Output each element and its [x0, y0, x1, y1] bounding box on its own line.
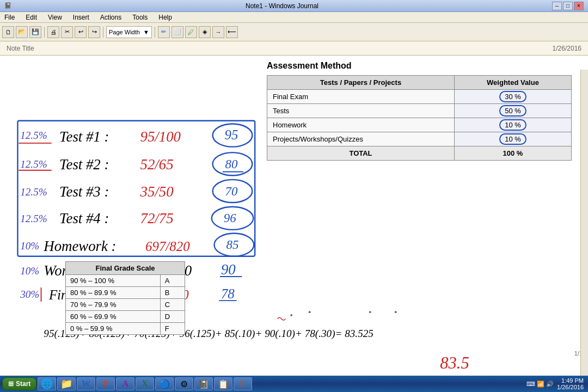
title-bar: 📓 Note1 - Windows Journal – □ ×	[0, 0, 588, 12]
clock-time: 1:49 PM	[557, 377, 584, 384]
grade-letter: F	[160, 323, 185, 335]
grade-row: 90 % – 100 % A	[66, 275, 185, 287]
svg-text:Test #3 :: Test #3 :	[59, 183, 109, 200]
grade-letter: D	[160, 311, 185, 323]
taskbar-app4[interactable]: 📋	[214, 377, 232, 390]
minimize-button[interactable]: –	[552, 2, 562, 10]
row-homework-label: Homework	[267, 118, 455, 132]
note-title: Note Title	[7, 45, 34, 52]
grade-range: 60 % – 69.9 %	[66, 311, 161, 323]
taskbar-app3[interactable]: 📓	[194, 377, 213, 390]
grade-letter: C	[160, 299, 185, 311]
svg-text:72/75: 72/75	[140, 210, 173, 226]
svg-text:Test #1 :: Test #1 :	[59, 128, 109, 145]
grade-letter: B	[160, 287, 185, 299]
total-value: 100 %	[454, 146, 571, 161]
svg-text:96: 96	[224, 211, 236, 225]
separator-3	[155, 27, 155, 38]
svg-text:83.5: 83.5	[440, 354, 469, 372]
menu-actions[interactable]: Actions	[98, 14, 124, 21]
app-icon: 📓	[4, 2, 12, 9]
svg-text:697/820: 697/820	[145, 239, 190, 254]
print-button[interactable]: 🖨	[47, 26, 59, 38]
grade-scale-header: Final Grade Scale	[66, 262, 185, 275]
svg-text:Test #2 :: Test #2 :	[59, 156, 109, 173]
tool-btn-3[interactable]: ↩	[75, 26, 87, 38]
svg-text:12.5%: 12.5%	[20, 130, 47, 141]
pen-button[interactable]: ✏	[158, 26, 170, 38]
menu-view[interactable]: View	[46, 14, 64, 21]
taskbar-app2[interactable]: ⚙	[175, 377, 193, 390]
tool-btn-5[interactable]: ◈	[199, 26, 211, 38]
svg-text:90: 90	[221, 261, 236, 278]
grade-range: 80 % – 89.9 %	[66, 287, 161, 299]
svg-text:10%: 10%	[20, 240, 39, 252]
svg-text:12.5%: 12.5%	[20, 158, 47, 170]
assessment-area: Assessment Method Tests / Papers / Proje…	[267, 61, 572, 240]
menu-tools[interactable]: Tools	[130, 14, 150, 21]
assessment-title: Assessment Method	[267, 61, 572, 71]
maximize-button[interactable]: □	[563, 2, 573, 10]
taskbar-right: ⌨ 📶 🔊 1:49 PM 1/26/2016	[526, 377, 586, 390]
note-area: Note Title 1/26/2016 12.5% Test #1 : 95/…	[0, 41, 588, 376]
svg-text:70: 70	[225, 185, 238, 198]
taskbar-icons: ⌨ 📶 🔊	[526, 381, 554, 388]
row-projects-value: 10 %	[454, 132, 571, 146]
grade-row: 0 % – 59.9 % F	[66, 323, 185, 335]
window-controls: – □ ×	[552, 2, 584, 10]
value-circle: 50 %	[499, 105, 526, 117]
svg-point-44	[395, 311, 397, 313]
total-row: TOTAL 100 %	[267, 146, 572, 161]
eraser-button[interactable]: ⬜	[171, 26, 183, 38]
tool-btn-4[interactable]: ↪	[88, 26, 100, 38]
col-header-weight: Weighted Value	[454, 76, 571, 90]
menu-insert[interactable]: Insert	[71, 14, 91, 21]
start-button[interactable]: ⊞ Start	[2, 377, 36, 390]
menu-edit[interactable]: Edit	[23, 14, 39, 21]
svg-text:95/100: 95/100	[140, 128, 181, 145]
tool-btn-2[interactable]: ✂	[61, 26, 73, 38]
new-button[interactable]: 🗋	[2, 26, 14, 38]
menu-file[interactable]: File	[2, 14, 17, 21]
toolbar: 🗋 📂 💾 🖨 ✂ ↩ ↪ Page Width ▼ ✏ ⬜ 🖊 ◈ → ⟵	[0, 23, 588, 41]
taskbar-explorer[interactable]: 📁	[57, 377, 76, 390]
scroll-bar[interactable]	[580, 70, 588, 376]
close-button[interactable]: ×	[574, 2, 584, 10]
taskbar-access[interactable]: A	[116, 377, 134, 390]
value-circle: 10 %	[499, 133, 526, 145]
svg-text:30%: 30%	[20, 289, 39, 300]
clock-date: 1/26/2016	[557, 384, 584, 390]
page-width-dropdown[interactable]: Page Width ▼	[106, 26, 152, 38]
grade-range: 0 % – 59.9 %	[66, 323, 161, 335]
open-button[interactable]: 📂	[16, 26, 28, 38]
taskbar-word[interactable]: W	[77, 377, 95, 390]
taskbar-chrome[interactable]: 🔵	[155, 377, 174, 390]
svg-text:78: 78	[221, 286, 235, 301]
table-row: Projects/Workshops/Quizzes 10 %	[267, 132, 572, 146]
taskbar-powerpoint[interactable]: P	[96, 377, 115, 390]
menu-bar: File Edit View Insert Actions Tools Help	[0, 12, 588, 23]
total-label: TOTAL	[267, 146, 455, 161]
row-projects-label: Projects/Workshops/Quizzes	[267, 132, 455, 146]
svg-text:80: 80	[225, 157, 238, 171]
row-tests-value: 50 %	[454, 104, 571, 118]
color-btn[interactable]: 🖊	[185, 26, 197, 38]
tool-btn-7[interactable]: ⟵	[226, 26, 238, 38]
svg-text:85: 85	[226, 238, 239, 252]
taskbar-app5[interactable]: C	[234, 377, 252, 390]
canvas[interactable]: 12.5% Test #1 : 95/100 95 12.5% Test #2 …	[0, 56, 588, 376]
grade-range: 90 % – 100 %	[66, 275, 161, 287]
menu-help[interactable]: Help	[156, 14, 174, 21]
taskbar-ie[interactable]: 🌐	[38, 377, 56, 390]
save-button[interactable]: 💾	[29, 26, 41, 38]
svg-point-42	[309, 311, 311, 313]
dropdown-arrow: ▼	[143, 29, 149, 35]
row-final-exam-value: 30 %	[454, 90, 571, 104]
row-homework-value: 10 %	[454, 118, 571, 132]
tool-btn-6[interactable]: →	[212, 26, 224, 38]
grade-row: 70 % – 79.9 % C	[66, 299, 185, 311]
taskbar-excel[interactable]: X	[136, 377, 154, 390]
svg-text:95: 95	[225, 127, 238, 142]
page-width-label: Page Width	[109, 29, 140, 35]
svg-text:Homework :: Homework :	[43, 238, 116, 254]
